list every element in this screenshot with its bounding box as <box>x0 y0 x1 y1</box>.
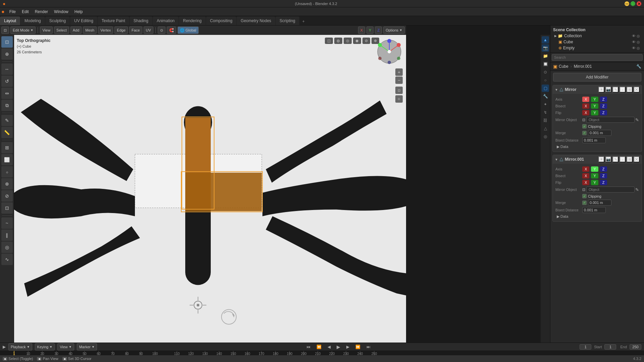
flip2-z-button[interactable]: Z <box>600 180 607 185</box>
bisect2-y-button[interactable]: Y <box>591 173 598 178</box>
face-menu[interactable]: Face <box>129 27 142 34</box>
properties-data-icon[interactable]: △ <box>542 125 549 132</box>
empty-render-toggle[interactable]: ◎ <box>637 46 640 50</box>
snapping[interactable]: 🧲 <box>167 27 176 34</box>
bisect-dist-input[interactable] <box>582 137 606 143</box>
zoom-out-button[interactable]: − <box>395 76 403 84</box>
transform-global[interactable]: 🌐 Global <box>178 27 199 34</box>
mirror-object-edit-2[interactable]: ✎ <box>635 187 639 192</box>
tab-texture-paint[interactable]: Texture Paint <box>98 16 129 25</box>
start-frame-input[interactable]: 1 <box>604 344 616 350</box>
mirror-object-edit[interactable]: ✎ <box>635 117 639 122</box>
cube-visibility[interactable]: 👁 <box>632 40 636 44</box>
jump-start-button[interactable]: ⏮ <box>305 344 312 350</box>
play-button[interactable]: ▶ <box>335 344 342 350</box>
editor-type-button[interactable]: ⊡ <box>1 27 9 34</box>
tab-compositing[interactable]: Compositing <box>206 16 237 25</box>
properties-output-icon[interactable]: 📁 <box>542 52 549 60</box>
properties-view-layer-icon[interactable]: 🔲 <box>542 60 549 68</box>
properties-world-icon[interactable]: ○ <box>542 76 549 84</box>
x-axis-button[interactable]: X <box>358 27 365 34</box>
axis-z-button[interactable]: Z <box>600 97 607 102</box>
bisect-z-button[interactable]: Z <box>600 103 607 109</box>
zoom-in-button[interactable]: + <box>395 68 403 76</box>
menu-file[interactable]: File <box>7 9 18 15</box>
add-menu[interactable]: Add <box>70 27 82 34</box>
view-timeline-menu[interactable]: View ▼ <box>57 343 74 351</box>
mode-button[interactable]: Edit Mode ▼ <box>10 27 36 34</box>
menu-edit[interactable]: Edit <box>19 9 32 15</box>
properties-physics-icon[interactable]: ↯ <box>542 109 549 116</box>
keying-menu[interactable]: Keying ▼ <box>35 343 55 351</box>
marker-menu[interactable]: Marker ▼ <box>77 343 97 351</box>
minimize-button[interactable]: ─ <box>625 1 629 6</box>
merge-checkbox-2[interactable]: ✓ <box>582 201 587 205</box>
properties-render-icon[interactable]: 📷 <box>542 44 549 52</box>
collection-item[interactable]: ▶ 📁 Collection 👁 ◎ <box>553 33 641 39</box>
bisect2-x-button[interactable]: X <box>582 173 589 178</box>
tool-bevel[interactable]: ⬦ <box>1 166 13 177</box>
properties-material-icon[interactable]: ◎ <box>542 133 549 140</box>
axis-y-button[interactable]: Y <box>591 97 598 102</box>
tool-shear[interactable]: ∥ <box>1 229 13 241</box>
next-keyframe-button[interactable]: ⏩ <box>354 344 362 350</box>
viewport-3d[interactable]: Top Orthographic (+) Cube 26 Centimeters <box>14 35 406 343</box>
properties-object-icon[interactable]: ▢ <box>542 85 549 92</box>
modifier-apply-button[interactable]: ⊞ <box>627 87 633 93</box>
tool-shrink[interactable]: ◎ <box>1 242 13 253</box>
modifier001-render-toggle[interactable]: 📷 <box>605 156 611 162</box>
end-frame-input[interactable]: 250 <box>630 344 641 350</box>
merge-value-input-2[interactable] <box>588 200 611 206</box>
axis2-z-button[interactable]: Z <box>600 166 607 172</box>
merge-value-input[interactable] <box>588 130 611 136</box>
tab-shading[interactable]: Shading <box>130 16 152 25</box>
edge-menu[interactable]: Edge <box>114 27 128 34</box>
modifier-close-button[interactable]: ✕ <box>634 87 640 93</box>
bisect-y-button[interactable]: Y <box>591 103 598 109</box>
flip2-x-button[interactable]: X <box>582 180 589 185</box>
add-modifier-button[interactable]: Add Modifier <box>553 73 641 82</box>
collection-render-toggle[interactable]: ◎ <box>637 34 640 38</box>
local-view-button[interactable]: ⊙ <box>395 95 403 103</box>
next-frame-button[interactable]: ▶ <box>345 344 351 350</box>
tool-smooth[interactable]: ~ <box>1 217 13 229</box>
tab-animation[interactable]: Animation <box>153 16 179 25</box>
tool-loop-cut[interactable]: ⊗ <box>1 178 13 190</box>
y-axis-button[interactable]: Y <box>366 27 374 34</box>
modifier-mirror001-header[interactable]: ▼ ⧋ Mirror.001 👁 📷 ✎ ⬦ ⊞ ✕ <box>553 155 642 164</box>
merge-checkbox[interactable]: ✓ <box>582 131 587 135</box>
modifier001-apply-button[interactable]: ⊞ <box>627 156 633 162</box>
tool-annotate[interactable]: ✎ <box>1 115 13 126</box>
tab-uv-editing[interactable]: UV Editing <box>70 16 97 25</box>
flip-y-button[interactable]: Y <box>591 110 598 115</box>
view-menu[interactable]: View <box>40 27 53 34</box>
modifier-edit-toggle[interactable]: ✎ <box>612 87 618 93</box>
select-menu[interactable]: Select <box>54 27 69 34</box>
prev-keyframe-button[interactable]: ⏪ <box>315 344 323 350</box>
data-toggle-2[interactable]: ▶ Data <box>555 214 639 219</box>
tab-rendering[interactable]: Rendering <box>179 16 205 25</box>
tool-move[interactable]: ↔ <box>1 63 13 75</box>
tool-transform[interactable]: ⧉ <box>1 100 13 111</box>
tool-inset[interactable]: ⬜ <box>1 154 13 165</box>
modifier-render-toggle[interactable]: 📷 <box>605 87 611 93</box>
modifier001-cage-toggle[interactable]: ⬦ <box>620 156 626 162</box>
tab-layout[interactable]: Layout <box>0 16 20 25</box>
modifier-search-input[interactable] <box>552 54 643 61</box>
axis-x-button[interactable]: X <box>582 97 589 102</box>
tool-measure[interactable]: 📏 <box>1 127 13 138</box>
close-button[interactable]: ✕ <box>637 1 641 6</box>
prev-frame-button[interactable]: ◀ <box>326 344 332 350</box>
bisect2-z-button[interactable]: Z <box>600 173 607 178</box>
empty-item[interactable]: ⊕ Empty 👁 ◎ <box>557 45 641 51</box>
clipping-checkbox[interactable]: ✓ <box>582 124 587 128</box>
tool-knife[interactable]: ⊘ <box>1 190 13 202</box>
tool-select-box[interactable]: ⊡ <box>1 36 13 48</box>
proportional-edit[interactable]: ⊙ <box>158 27 165 34</box>
zoom-fit-button[interactable]: ⊡ <box>395 87 403 94</box>
tool-scale[interactable]: ⇔ <box>1 88 13 99</box>
modifier001-edit-toggle[interactable]: ✎ <box>612 156 618 162</box>
tool-cursor[interactable]: ⊕ <box>1 48 13 60</box>
viewport-shading-material[interactable]: ◎ <box>344 38 352 44</box>
modifier-mirror-header[interactable]: ▼ ⧋ Mirror 👁 📷 ✎ ⬦ ⊞ ✕ <box>553 85 642 94</box>
